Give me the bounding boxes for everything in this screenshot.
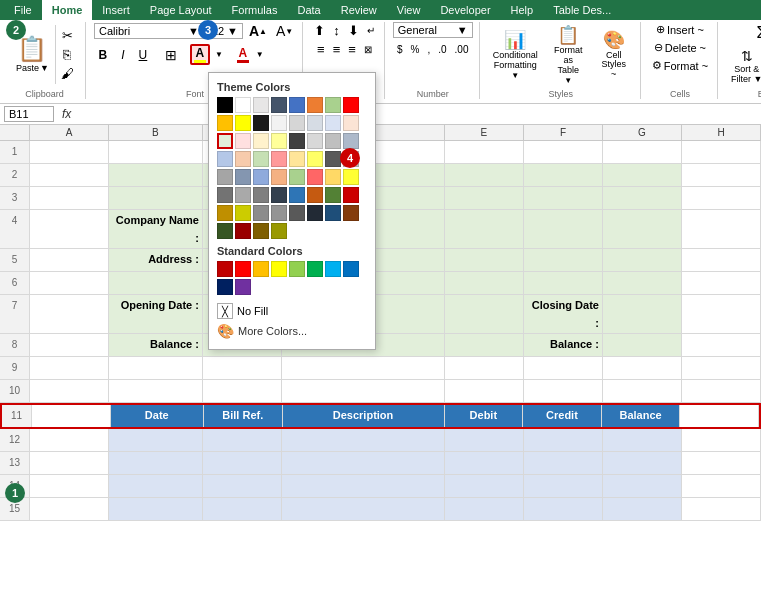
cell-h12[interactable]: [682, 429, 761, 451]
theme-color-swatch[interactable]: [307, 133, 323, 149]
cell-h3[interactable]: [682, 187, 761, 209]
cell-g3[interactable]: [603, 187, 682, 209]
cell-f15[interactable]: [524, 498, 603, 520]
tab-home[interactable]: Home: [42, 0, 93, 20]
theme-color-swatch[interactable]: [217, 187, 233, 203]
more-colors-button[interactable]: 🎨 More Colors...: [217, 321, 367, 341]
cell-e15[interactable]: [445, 498, 524, 520]
col-a-header[interactable]: A: [30, 125, 109, 140]
cell-b3[interactable]: [109, 187, 203, 209]
theme-color-swatch[interactable]: [253, 97, 269, 113]
cell-g8[interactable]: [603, 334, 682, 356]
cell-h15[interactable]: [682, 498, 761, 520]
theme-color-swatch[interactable]: [343, 169, 359, 185]
theme-color-swatch[interactable]: [271, 169, 287, 185]
cell-e12[interactable]: [445, 429, 524, 451]
theme-color-swatch[interactable]: [271, 205, 287, 221]
cell-h4[interactable]: [682, 210, 761, 248]
no-fill-button[interactable]: ╳ No Fill: [217, 301, 367, 321]
theme-color-swatch[interactable]: [235, 115, 251, 131]
standard-color-swatch[interactable]: [217, 279, 233, 295]
theme-color-swatch[interactable]: [343, 133, 359, 149]
tab-file[interactable]: File: [4, 0, 42, 20]
tab-help[interactable]: Help: [501, 0, 544, 20]
fill-color-button[interactable]: A: [190, 44, 210, 65]
cell-a12[interactable]: [30, 429, 109, 451]
theme-color-swatch[interactable]: [307, 187, 323, 203]
cell-f4[interactable]: [524, 210, 603, 248]
decrease-font-button[interactable]: A▼: [273, 22, 296, 40]
theme-color-swatch[interactable]: [307, 115, 323, 131]
theme-color-swatch[interactable]: [289, 115, 305, 131]
cell-b11[interactable]: Date: [111, 405, 204, 427]
cell-f7[interactable]: Closing Date :: [524, 295, 603, 333]
theme-color-swatch[interactable]: [271, 115, 287, 131]
cell-b4[interactable]: Company Name :: [109, 210, 203, 248]
cell-styles-button[interactable]: 🎨 CellStyles ~: [594, 27, 634, 83]
theme-color-swatch[interactable]: [307, 205, 323, 221]
theme-color-swatch[interactable]: [235, 205, 251, 221]
cell-b5[interactable]: Address :: [109, 249, 203, 271]
cell-f1[interactable]: [524, 141, 603, 163]
cell-a2[interactable]: [30, 164, 109, 186]
cell-b8[interactable]: Balance :: [109, 334, 203, 356]
theme-color-swatch[interactable]: [343, 187, 359, 203]
cell-f11[interactable]: Credit: [523, 405, 602, 427]
cell-e10[interactable]: [445, 380, 524, 402]
standard-color-swatch[interactable]: [325, 261, 341, 277]
theme-color-swatch[interactable]: [289, 133, 305, 149]
cell-d15[interactable]: [282, 498, 445, 520]
theme-color-swatch[interactable]: [307, 151, 323, 167]
col-h-header[interactable]: H: [682, 125, 761, 140]
tab-review[interactable]: Review: [331, 0, 387, 20]
theme-color-swatch[interactable]: [235, 187, 251, 203]
bold-button[interactable]: B: [94, 47, 112, 63]
cell-b15[interactable]: [109, 498, 203, 520]
cell-g7[interactable]: [603, 295, 682, 333]
theme-color-swatch[interactable]: [235, 151, 251, 167]
font-color-button[interactable]: A: [235, 46, 251, 63]
theme-color-swatch[interactable]: [271, 97, 287, 113]
theme-color-swatch[interactable]: [289, 97, 305, 113]
cell-a8[interactable]: [30, 334, 109, 356]
cell-g11[interactable]: Balance: [602, 405, 681, 427]
cell-g15[interactable]: [603, 498, 682, 520]
currency-button[interactable]: $: [394, 43, 406, 56]
theme-color-swatch[interactable]: [217, 205, 233, 221]
theme-color-swatch[interactable]: [289, 151, 305, 167]
decrease-decimal-button[interactable]: .0: [435, 43, 449, 56]
cell-d11[interactable]: Description: [283, 405, 445, 427]
align-right-button[interactable]: ≡: [345, 41, 359, 58]
cell-a13[interactable]: [30, 452, 109, 474]
font-name-box[interactable]: Calibri ▼: [94, 23, 204, 39]
standard-color-swatch[interactable]: [217, 261, 233, 277]
cell-g6[interactable]: [603, 272, 682, 294]
paste-button[interactable]: 📋 Paste ▼: [10, 25, 56, 84]
align-top-button[interactable]: ⬆: [311, 22, 328, 39]
theme-color-swatch[interactable]: [325, 115, 341, 131]
cell-a10[interactable]: [30, 380, 109, 402]
col-e-header[interactable]: E: [445, 125, 524, 140]
cell-e8[interactable]: [445, 334, 524, 356]
theme-color-swatch[interactable]: [253, 133, 269, 149]
theme-color-swatch[interactable]: [253, 187, 269, 203]
theme-color-swatch[interactable]: [343, 151, 359, 167]
col-f-header[interactable]: F: [524, 125, 603, 140]
cell-e7[interactable]: [445, 295, 524, 333]
cell-d13[interactable]: [282, 452, 445, 474]
theme-color-swatch[interactable]: [325, 205, 341, 221]
cell-c10[interactable]: [203, 380, 282, 402]
cell-g5[interactable]: [603, 249, 682, 271]
cell-f12[interactable]: [524, 429, 603, 451]
cell-a5[interactable]: [30, 249, 109, 271]
cell-d9[interactable]: [282, 357, 445, 379]
theme-color-swatch[interactable]: [325, 169, 341, 185]
cell-b6[interactable]: [109, 272, 203, 294]
sort-filter-button[interactable]: ⇅ Sort &Filter ▼: [726, 46, 761, 86]
cell-a15[interactable]: [30, 498, 109, 520]
cell-f9[interactable]: [524, 357, 603, 379]
cell-a7[interactable]: [30, 295, 109, 333]
cell-d12[interactable]: [282, 429, 445, 451]
theme-color-swatch[interactable]: [217, 223, 233, 239]
cell-e6[interactable]: [445, 272, 524, 294]
